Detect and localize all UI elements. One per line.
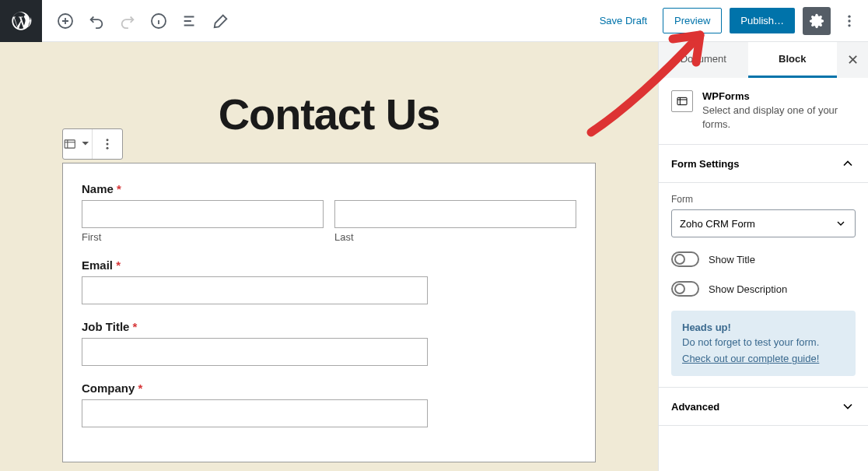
chevron-up-icon	[840, 156, 856, 171]
job-title-input[interactable]	[82, 338, 428, 366]
form-select-label: Form	[671, 194, 856, 205]
wordpress-logo[interactable]	[0, 0, 42, 42]
block-name: WPForms	[702, 90, 856, 102]
edit-button[interactable]	[207, 7, 235, 35]
save-draft-link[interactable]: Save Draft	[592, 10, 655, 31]
job-title-label: Job Title *	[82, 320, 576, 333]
svg-point-7	[107, 143, 109, 146]
notice-link[interactable]: Check out our complete guide!	[682, 353, 819, 364]
svg-point-4	[848, 24, 850, 26]
form-settings-header[interactable]: Form Settings	[659, 145, 868, 183]
form-select[interactable]: Zoho CRM Form	[671, 209, 856, 237]
notice-text: Do not forget to test your form.	[682, 336, 845, 348]
svg-rect-9	[677, 97, 687, 104]
svg-point-6	[107, 139, 109, 141]
info-button[interactable]	[145, 7, 173, 35]
form-block[interactable]: Name * First Last Email *	[62, 163, 596, 462]
first-name-input[interactable]	[82, 200, 324, 228]
add-block-button[interactable]	[51, 7, 79, 35]
page-title[interactable]: Contact Us	[62, 89, 596, 139]
svg-point-8	[107, 147, 109, 149]
chevron-down-icon	[840, 399, 856, 414]
close-sidebar-button[interactable]: ✕	[837, 42, 868, 78]
more-menu-button[interactable]	[838, 7, 860, 35]
block-type-button[interactable]	[63, 129, 93, 159]
notice-heading: Heads up!	[682, 322, 845, 333]
show-description-toggle[interactable]	[671, 281, 699, 297]
show-title-label: Show Title	[709, 254, 755, 265]
company-input[interactable]	[82, 399, 428, 427]
tab-document[interactable]: Document	[659, 42, 748, 78]
settings-gear-button[interactable]	[803, 7, 831, 35]
notice-box: Heads up! Do not forget to test your for…	[671, 311, 856, 376]
company-label: Company *	[82, 381, 576, 395]
email-input[interactable]	[82, 276, 428, 304]
name-label: Name *	[82, 182, 576, 195]
block-toolbar	[62, 128, 123, 160]
show-title-toggle[interactable]	[671, 251, 699, 267]
email-label: Email *	[82, 258, 576, 272]
svg-point-3	[848, 19, 850, 22]
svg-rect-5	[65, 140, 75, 148]
outline-button[interactable]	[176, 7, 204, 35]
wpforms-icon	[671, 90, 693, 112]
first-sublabel: First	[82, 231, 324, 243]
publish-button[interactable]: Publish…	[730, 8, 795, 33]
last-sublabel: Last	[334, 231, 576, 243]
block-description: Select and display one of your forms.	[702, 104, 856, 132]
last-name-input[interactable]	[334, 200, 576, 228]
tab-block[interactable]: Block	[748, 42, 838, 78]
chevron-down-icon	[835, 217, 847, 230]
redo-button[interactable]	[114, 7, 142, 35]
svg-point-2	[848, 15, 850, 17]
preview-button[interactable]: Preview	[663, 8, 722, 33]
undo-button[interactable]	[82, 7, 110, 35]
advanced-header[interactable]: Advanced	[659, 387, 868, 426]
block-more-button[interactable]	[93, 129, 122, 159]
show-description-label: Show Description	[709, 283, 787, 295]
